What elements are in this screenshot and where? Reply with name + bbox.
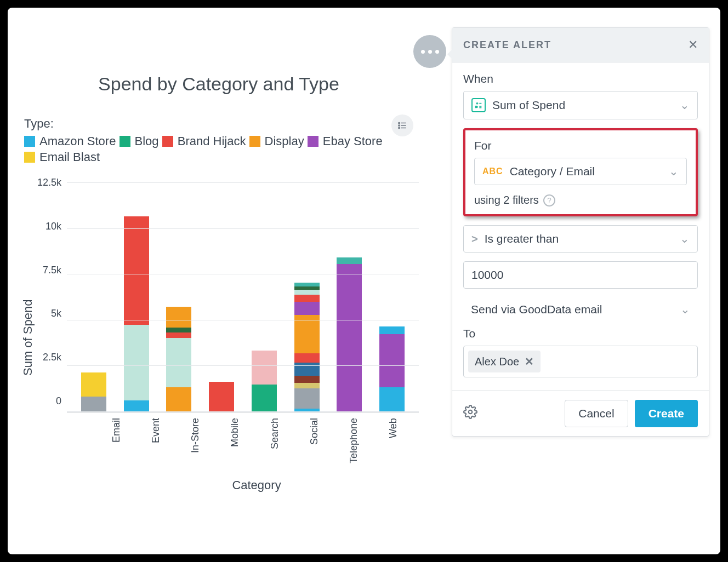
chevron-down-icon: ⌄ xyxy=(669,165,679,178)
metric-icon: × xyxy=(471,98,486,112)
for-select[interactable]: ABC Category / Email ⌄ xyxy=(474,158,687,185)
for-label: For xyxy=(474,139,687,152)
when-label: When xyxy=(463,72,698,85)
condition-value: Is greater than xyxy=(485,232,559,245)
threshold-input[interactable] xyxy=(463,261,698,289)
x-axis-ticks: EmailEventIn-StoreMobileSearchSocialTele… xyxy=(67,412,419,473)
svg-point-3 xyxy=(399,122,400,123)
recipient-name: Alex Doe xyxy=(475,355,519,368)
remove-recipient-icon[interactable]: ✕ xyxy=(525,355,534,368)
create-alert-panel: CREATE ALERT ✕ When × Sum of Spend ⌄ For… xyxy=(452,27,709,437)
recipients-input[interactable]: Alex Doe ✕ xyxy=(463,346,698,377)
to-label: To xyxy=(463,327,698,340)
close-icon[interactable]: ✕ xyxy=(688,38,698,52)
bar-in-store[interactable] xyxy=(166,307,191,411)
chart-panel: Spend by Category and Type Type: Amazon … xyxy=(8,8,441,554)
bar-search[interactable] xyxy=(252,351,277,411)
for-value: Category / Email xyxy=(510,165,595,178)
svg-text:×: × xyxy=(475,105,477,108)
legend-item[interactable]: Display xyxy=(249,134,304,148)
bar-event[interactable] xyxy=(124,216,149,411)
bar-social[interactable] xyxy=(294,283,320,411)
legend-item[interactable]: Blog xyxy=(120,134,159,148)
chart-legend: Type: Amazon Store Blog Brand Hijack Dis… xyxy=(19,117,419,166)
legend-item[interactable]: Brand Hijack xyxy=(162,134,246,148)
bar-mobile[interactable] xyxy=(209,382,234,411)
recipient-chip: Alex Doe ✕ xyxy=(468,351,541,372)
bar-email[interactable] xyxy=(81,372,106,411)
bar-web[interactable] xyxy=(379,326,405,411)
send-method-select[interactable]: Send via GoodData email ⌄ xyxy=(463,300,698,319)
chevron-down-icon: ⌄ xyxy=(680,303,690,316)
y-axis-ticks: 12.5k10k7.5k5k2.5k0 xyxy=(37,182,67,412)
more-actions-button[interactable] xyxy=(413,35,446,68)
chart-plot-area xyxy=(67,182,419,412)
abc-icon: ABC xyxy=(482,167,503,176)
bar-telephone[interactable] xyxy=(337,257,362,411)
create-button[interactable]: Create xyxy=(635,400,698,427)
legend-label: Type: xyxy=(24,117,54,131)
help-icon[interactable]: ? xyxy=(543,194,555,207)
legend-item[interactable]: Amazon Store xyxy=(24,134,116,148)
chevron-down-icon: ⌄ xyxy=(680,99,690,112)
chart-title: Spend by Category and Type xyxy=(19,73,419,95)
cancel-button[interactable]: Cancel xyxy=(565,400,628,427)
condition-select[interactable]: > Is greater than ⌄ xyxy=(463,225,698,253)
legend-item[interactable]: Email Blast xyxy=(24,150,100,164)
filters-text: using 2 filters xyxy=(474,194,539,207)
legend-item[interactable]: Ebay Store xyxy=(308,134,383,148)
gear-icon[interactable] xyxy=(463,405,477,422)
send-via-value: Send via GoodData email xyxy=(471,303,602,316)
greater-than-icon: > xyxy=(471,233,478,245)
x-axis-label: Category xyxy=(67,478,419,492)
chevron-down-icon: ⌄ xyxy=(680,232,690,245)
svg-point-4 xyxy=(399,125,400,126)
svg-point-14 xyxy=(469,410,473,414)
when-value: Sum of Spend xyxy=(492,99,565,112)
panel-title: CREATE ALERT xyxy=(463,39,551,51)
when-select[interactable]: × Sum of Spend ⌄ xyxy=(463,91,698,119)
legend-toggle-button[interactable] xyxy=(391,114,413,136)
y-axis-label: Sum of Spend xyxy=(19,182,37,492)
svg-point-5 xyxy=(399,127,400,128)
app-window: Spend by Category and Type Type: Amazon … xyxy=(8,8,720,554)
for-section-highlight: For ABC Category / Email ⌄ using 2 filte… xyxy=(463,128,698,216)
